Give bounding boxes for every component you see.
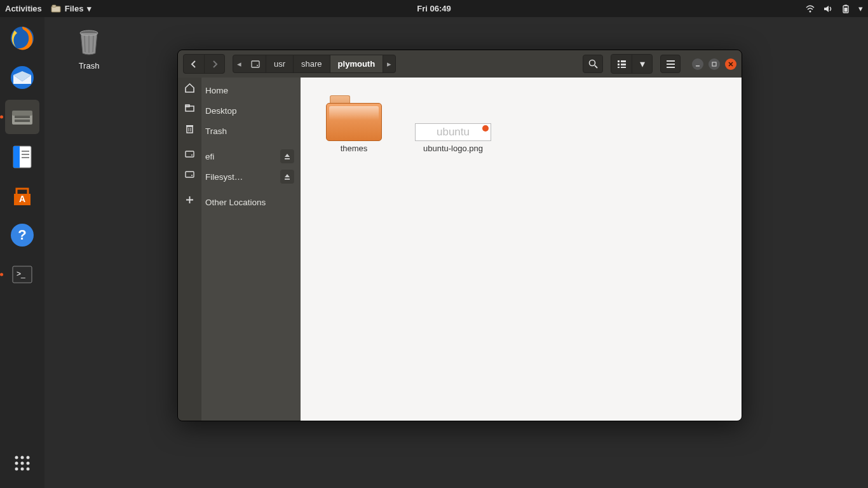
svg-rect-53 — [187, 126, 193, 133]
titlebar[interactable]: ◂ usr share plymouth ▸ ▾ — [178, 50, 742, 78]
svg-text:>_: >_ — [17, 269, 25, 278]
sidebar-item-filesystem[interactable]: Filesyst… — [201, 166, 301, 187]
system-status-area[interactable]: ▾ — [805, 4, 863, 14]
svg-rect-57 — [186, 151, 194, 157]
path-bar: ◂ usr share plymouth ▸ — [233, 55, 396, 73]
sidebar-item-efi[interactable]: efi — [201, 146, 301, 166]
svg-point-24 — [27, 456, 30, 459]
svg-point-58 — [191, 154, 193, 156]
path-root-disk[interactable] — [245, 55, 266, 72]
svg-text:A: A — [19, 194, 25, 204]
svg-rect-48 — [667, 67, 675, 68]
plus-icon — [178, 189, 201, 210]
svg-rect-11 — [15, 119, 30, 122]
desktop-trash[interactable]: Trash — [64, 27, 114, 71]
maximize-button[interactable] — [709, 58, 720, 70]
minimize-button[interactable] — [692, 58, 703, 70]
svg-rect-14 — [22, 151, 29, 152]
svg-rect-61 — [285, 158, 290, 159]
svg-rect-16 — [22, 157, 29, 158]
svg-point-23 — [21, 456, 24, 459]
svg-rect-62 — [285, 179, 290, 180]
svg-rect-45 — [621, 67, 626, 68]
hamburger-menu-button[interactable] — [660, 55, 681, 73]
dock-item-files[interactable] — [5, 100, 39, 134]
dock-item-writer[interactable] — [5, 139, 39, 173]
svg-point-26 — [21, 462, 24, 465]
image-thumbnail: ubuntu — [415, 89, 491, 141]
svg-point-28 — [15, 468, 18, 471]
sidebar-item-desktop[interactable]: Desktop — [201, 100, 301, 121]
svg-rect-36 — [252, 61, 259, 67]
disk-icon — [178, 164, 201, 184]
sidebar-item-other-locations[interactable]: Other Locations — [201, 192, 301, 212]
forward-button[interactable] — [204, 55, 224, 73]
svg-rect-42 — [618, 64, 620, 65]
dock-item-terminal[interactable]: >_ — [5, 257, 39, 292]
path-overflow-left[interactable]: ◂ — [233, 55, 245, 72]
search-button[interactable] — [583, 55, 603, 73]
show-applications-button[interactable] — [5, 446, 39, 480]
svg-rect-13 — [13, 146, 20, 168]
view-options-button[interactable]: ▾ — [632, 55, 652, 73]
close-button[interactable] — [725, 58, 736, 70]
svg-rect-4 — [844, 4, 847, 6]
file-ubuntu-logo[interactable]: ubuntu ubuntu-logo.png — [415, 89, 491, 153]
desktop-trash-label: Trash — [64, 61, 114, 71]
app-menu-label: Files — [65, 4, 84, 13]
eject-button[interactable] — [280, 170, 294, 184]
svg-rect-9 — [12, 111, 32, 116]
svg-rect-46 — [667, 60, 675, 62]
files-app-icon — [51, 4, 61, 14]
svg-text:?: ? — [18, 227, 26, 243]
activities-button[interactable]: Activities — [5, 4, 42, 13]
battery-icon — [841, 4, 851, 14]
svg-rect-49 — [696, 65, 700, 67]
path-seg-share[interactable]: share — [294, 55, 330, 72]
dock: A ? >_ — [0, 17, 44, 488]
sidebar: Home Desktop Trash efi Filesyst… Other L… — [201, 78, 301, 421]
home-icon — [178, 78, 201, 98]
svg-rect-5 — [844, 8, 848, 12]
sidebar-item-home[interactable]: Home — [201, 80, 301, 100]
app-menu-files[interactable]: Files ▾ — [51, 4, 92, 14]
file-label: themes — [316, 144, 392, 153]
dock-item-help[interactable]: ? — [5, 218, 39, 252]
volume-icon — [823, 4, 833, 14]
svg-point-27 — [27, 462, 30, 465]
disk-icon — [178, 144, 201, 164]
path-seg-usr[interactable]: usr — [266, 55, 294, 72]
trash-icon — [74, 27, 104, 57]
folder-icon — [316, 89, 392, 141]
svg-point-22 — [15, 456, 18, 459]
svg-rect-15 — [22, 154, 29, 155]
back-button[interactable] — [184, 55, 204, 73]
svg-rect-44 — [618, 67, 620, 68]
network-icon — [805, 4, 815, 14]
svg-point-38 — [589, 60, 595, 66]
file-view[interactable]: themes ubuntu ubuntu-logo.png — [301, 78, 742, 421]
svg-rect-59 — [186, 172, 194, 177]
dock-item-software[interactable]: A — [5, 179, 39, 213]
top-bar: Activities Files ▾ Fri 06:49 ▾ — [0, 0, 868, 17]
file-label: ubuntu-logo.png — [415, 144, 491, 153]
svg-rect-1 — [52, 5, 56, 7]
folder-themes[interactable]: themes — [316, 89, 392, 153]
path-seg-plymouth[interactable]: plymouth — [330, 55, 384, 72]
chevron-down-icon: ▾ — [858, 4, 863, 13]
svg-rect-50 — [712, 62, 716, 66]
dock-item-thunderbird[interactable] — [5, 60, 39, 95]
svg-rect-47 — [667, 64, 675, 65]
svg-rect-10 — [15, 116, 30, 118]
sidebar-icon-column — [178, 78, 201, 421]
svg-point-25 — [15, 462, 18, 465]
clock[interactable]: Fri 06:49 — [417, 4, 451, 13]
view-list-button[interactable] — [611, 55, 632, 73]
sidebar-item-trash[interactable]: Trash — [201, 121, 301, 141]
dock-item-firefox[interactable] — [5, 21, 39, 55]
path-overflow-right[interactable]: ▸ — [383, 55, 395, 72]
desktop-icon — [178, 98, 201, 118]
svg-point-60 — [191, 175, 193, 176]
svg-rect-54 — [186, 125, 193, 126]
eject-button[interactable] — [280, 149, 294, 163]
